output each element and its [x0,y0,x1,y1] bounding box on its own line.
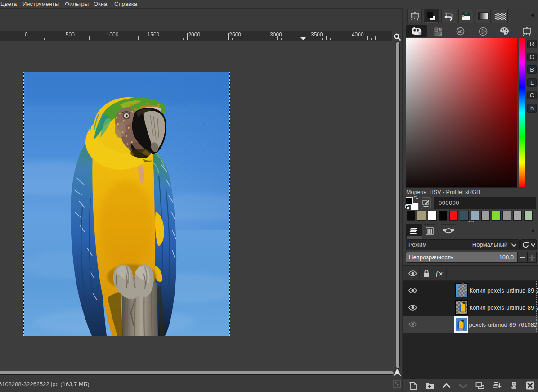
svg-text:Y: Y [435,32,438,35]
svg-text:f: f [436,270,439,277]
svg-text:C: C [435,28,437,31]
svg-text:M: M [439,28,441,31]
svg-text:K: K [439,32,442,35]
